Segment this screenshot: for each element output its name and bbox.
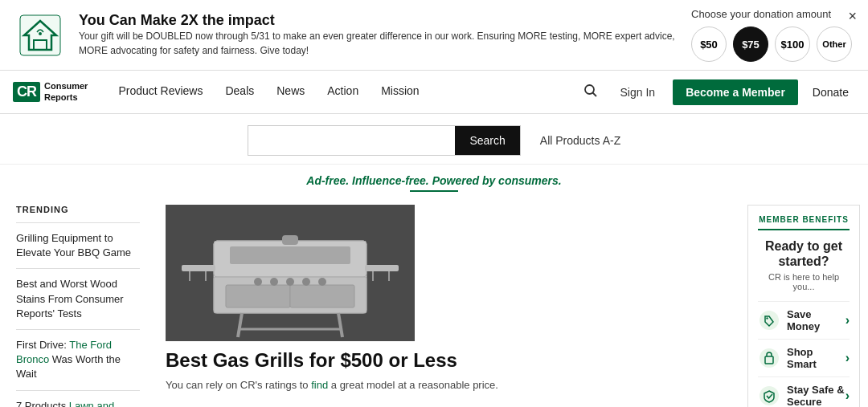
svg-point-12 [270,278,278,286]
main-content: TRENDING Grilling Equipment to Elevate Y… [0,192,868,407]
close-button[interactable]: × [848,8,857,25]
tag-icon [758,309,780,332]
save-money-arrow: › [845,313,850,328]
shield-icon [758,385,780,407]
stay-safe-arrow: › [845,389,850,403]
donation-50[interactable]: $50 [691,26,727,62]
all-products-link[interactable]: All Products A-Z [540,134,620,147]
svg-rect-9 [226,285,290,307]
benefit-label-safe: Stay Safe & Secure [787,384,845,407]
svg-rect-10 [290,285,354,307]
hero-image [166,205,415,341]
hero-section: Best Gas Grills for $500 or Less You can… [153,205,747,407]
banner-text-block: You Can Make 2X the impact Your gift wil… [79,12,675,58]
donation-75[interactable]: $75 [733,26,768,62]
trending-sidebar: TRENDING Grilling Equipment to Elevate Y… [0,205,153,407]
hero-desc-link[interactable]: find [311,379,328,391]
donation-label: Choose your donation amount [691,8,831,20]
donation-100[interactable]: $100 [775,26,810,62]
house-icon [16,11,64,59]
nav-product-reviews[interactable]: Product Reviews [107,71,214,114]
logo-text: Consumer Reports [44,81,88,102]
banner-headline: You Can Make 2X the impact [79,12,675,29]
trending-title: TRENDING [16,205,140,214]
search-button[interactable]: Search [455,126,519,155]
member-benefits-box: MEMBER BENEFITS Ready to get started? CR… [747,205,860,407]
sign-in-button[interactable]: Sign In [611,81,665,104]
svg-point-14 [302,278,310,286]
bag-icon [758,347,780,369]
svg-rect-19 [365,265,399,271]
svg-rect-16 [182,265,215,271]
trending-link-4[interactable]: Lawn and Garden [16,400,114,408]
logo-cr: CR [13,82,40,102]
nav-deals[interactable]: Deals [214,71,265,114]
trending-item-3[interactable]: First Drive: The Ford Bronco Was Worth t… [16,329,140,390]
svg-point-1 [39,32,42,35]
search-input[interactable] [248,126,456,155]
search-icon-button[interactable] [579,79,603,106]
nav-mission[interactable]: Mission [370,71,430,114]
trending-link-3[interactable]: The Ford Bronco [16,339,112,365]
svg-rect-7 [282,235,298,245]
banner-donation-section: Choose your donation amount $50 $75 $100… [691,8,852,62]
nav-news[interactable]: News [265,71,316,114]
svg-point-11 [254,278,262,286]
svg-point-15 [318,278,326,286]
grill-image-svg [166,205,415,341]
donation-buttons: $50 $75 $100 Other [691,26,852,62]
benefit-label-save: Save Money [787,308,845,332]
search-bar-section: Search All Products A-Z [0,114,868,165]
member-benefits-sub: CR is here to help you... [758,272,850,291]
benefit-stay-safe[interactable]: Stay Safe & Secure › [758,376,850,407]
svg-point-13 [286,278,294,286]
benefit-label-shop: Shop Smart [787,346,845,370]
trending-item-4[interactable]: 7 Products Lawn and Garden Experts Swear… [16,390,140,408]
member-benefits-section: MEMBER BENEFITS Ready to get started? CR… [747,205,868,407]
svg-point-2 [585,85,594,94]
donate-button[interactable]: Donate [806,81,855,104]
navbar: CR Consumer Reports Product Reviews Deal… [0,71,868,114]
tagline-section: Ad-free. Influence-free. Powered by cons… [0,165,868,192]
become-member-button[interactable]: Become a Member [673,79,798,105]
donation-banner: You Can Make 2X the impact Your gift wil… [0,0,868,71]
banner-body: Your gift will be DOUBLED now through 5/… [79,29,675,58]
svg-point-27 [766,318,768,319]
nav-right: Sign In Become a Member Donate [579,79,855,106]
svg-rect-25 [230,246,350,264]
search-icon [583,83,598,98]
trending-item-2[interactable]: Best and Worst Wood Stains From Consumer… [16,268,140,329]
member-benefits-heading: Ready to get started? [758,238,850,269]
tagline-text: Ad-free. Influence-free. Powered by cons… [306,163,561,193]
donation-other[interactable]: Other [817,26,852,62]
member-benefits-label: MEMBER BENEFITS [758,215,850,230]
hero-desc: You can rely on CR's ratings to find a g… [166,377,735,393]
nav-links: Product Reviews Deals News Action Missio… [107,71,578,114]
svg-point-28 [760,348,779,368]
trending-item-1[interactable]: Grilling Equipment to Elevate Your BBQ G… [16,222,140,268]
svg-line-3 [592,92,596,96]
search-form: Search [248,125,521,156]
benefit-shop-smart[interactable]: Shop Smart › [758,339,850,376]
nav-action[interactable]: Action [316,71,370,114]
hero-title: Best Gas Grills for $500 or Less [166,349,735,372]
logo[interactable]: CR Consumer Reports [13,81,88,102]
benefit-save-money[interactable]: Save Money › [758,301,850,339]
shop-smart-arrow: › [845,351,850,365]
svg-point-26 [760,311,779,330]
